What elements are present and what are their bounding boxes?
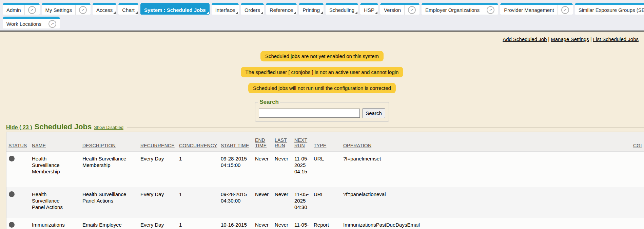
cell-recurrence: Every Day [138,191,177,213]
link-separator: | [590,36,592,42]
cell-cgi [631,155,644,183]
cell-cgi [631,222,644,229]
tab-top-strip [118,3,138,5]
tab-label: Work Locations [6,21,41,27]
arrow-up-right-icon: ↗ [561,6,569,14]
table-header-row: STATUSNAMEDESCRIPTIONRECURRENCECONCURREN… [6,132,644,152]
arrow-up-right-icon: ↗ [79,6,87,14]
tab-bar: Admin ↗ My Settings ↗ Access Chart [0,0,644,32]
external-link-icon[interactable]: ↗ [45,19,56,28]
table-row: Health Surveillance Panel ActionsHealth … [6,187,644,218]
tab-label: Access [96,7,113,13]
action-links: Add Scheduled Job|Manage Settings|List S… [0,32,644,42]
column-header-last-run[interactable]: LAST RUN [273,137,292,151]
cell-concurrency: 1 [177,222,219,229]
action-link-add-scheduled-job[interactable]: Add Scheduled Job [503,36,547,42]
cell-cgi [631,191,644,213]
action-link-manage-settings[interactable]: Manage Settings [551,36,589,42]
tab-version[interactable]: Version ↗ [380,3,419,15]
tab-access[interactable]: Access [93,3,116,15]
cell-type: URL [312,155,341,183]
column-header-next-run[interactable]: NEXT RUN [292,137,312,151]
tab-label: Interface [215,7,235,13]
link-separator: | [548,36,549,42]
tab-top-strip [422,3,498,5]
tab-system-scheduled-jobs[interactable]: System : Scheduled Jobs [140,3,210,15]
submenu-corner-icon [113,12,116,14]
cell-name: Health Surveillance Membership [30,155,80,183]
cell-operation: ?f=panelactioneval [341,191,631,213]
tab-scheduling[interactable]: Scheduling [326,3,358,15]
tab-top-strip [3,3,40,5]
tab-work-locations[interactable]: Work Locations ↗ [3,17,60,28]
tab-label: My Settings [45,7,72,13]
column-header-end-time[interactable]: END TIME [253,137,273,151]
column-header-cgi[interactable]: CGI [631,143,644,151]
cell-type: Report Perform [312,222,341,229]
cell-end-time: Never [253,155,273,183]
column-header-description[interactable]: DESCRIPTION [80,143,138,151]
tab-admin[interactable]: Admin ↗ [3,3,40,15]
tab-label: Similar Exposure Groups (SEGs) [579,7,644,13]
page: Admin ↗ My Settings ↗ Access Chart [0,0,644,229]
tab-top-strip [266,3,297,5]
column-header-recurrence[interactable]: RECURRENCE [138,143,177,151]
tab-orders[interactable]: Orders [241,3,264,15]
external-link-icon[interactable]: ↗ [75,5,87,15]
column-header-type[interactable]: TYPE [312,143,341,151]
tab-label: Orders [245,7,260,13]
submenu-corner-icon [207,12,209,14]
tab-similar-exposure-groups-segs[interactable]: Similar Exposure Groups (SEGs) ↗ [575,3,644,15]
external-link-icon[interactable]: ↗ [24,5,36,15]
tab-label: Reference [270,7,293,13]
search-legend: Search [258,99,280,106]
tab-top-strip [500,3,573,5]
column-header-name[interactable]: NAME [30,143,80,151]
column-header-start-time[interactable]: START TIME [219,143,253,151]
tab-employer-organizations[interactable]: Employer Organizations ↗ [422,3,498,15]
external-link-icon[interactable]: ↗ [483,5,494,15]
tab-top-strip [575,3,644,5]
submenu-corner-icon [320,12,323,14]
cell-end-time: Never [253,191,273,213]
tab-label: Employer Organizations [425,7,480,13]
cell-operation: ImmunizationsPastDueDaysEmail [341,222,631,229]
tab-my-settings[interactable]: My Settings ↗ [42,3,91,15]
jobs-section-header: Hide ( 23 ) Scheduled Jobs Show Disabled [6,123,644,131]
cell-status [6,155,30,183]
tab-provider-management[interactable]: Provider Management ↗ [500,3,573,15]
search-input[interactable] [259,109,360,118]
tab-reference[interactable]: Reference [266,3,297,15]
hide-link[interactable]: Hide ( 23 ) [6,125,32,131]
submenu-corner-icon [261,12,263,14]
tab-top-strip [299,3,324,5]
cell-next-run: 11-05-2025 [292,222,312,229]
tab-interface[interactable]: Interface [212,3,239,15]
action-link-list-scheduled-jobs[interactable]: List Scheduled Jobs [593,36,639,42]
table-body: Health Surveillance MembershipHealth Sur… [6,152,644,229]
external-link-icon[interactable]: ↗ [404,5,416,15]
tab-top-strip [241,3,264,5]
warning-banner: The specified user [ cronjobs ] is not a… [241,67,404,77]
show-disabled-link[interactable]: Show Disabled [94,125,123,130]
tab-chart[interactable]: Chart [118,3,138,15]
column-header-concurrency[interactable]: CONCURRENCY [177,143,219,151]
tab-label: Printing [303,7,320,13]
cell-last-run: Never [273,191,292,213]
tab-top-strip [326,3,358,5]
tab-top-strip [140,3,210,5]
tab-label: Scheduling [329,7,354,13]
tab-hsp[interactable]: HSP [360,3,378,15]
tab-top-strip [380,3,419,5]
cell-recurrence: Every Day [138,222,177,229]
submenu-corner-icon [135,12,138,14]
content-area: Add Scheduled Job|Manage Settings|List S… [0,32,644,229]
column-header-status[interactable]: STATUS [6,143,30,151]
search-button[interactable]: Search [362,108,385,118]
status-icon [9,191,15,197]
external-link-icon[interactable]: ↗ [558,5,569,15]
cell-name: Health Surveillance Panel Actions [30,191,80,213]
tab-printing[interactable]: Printing [299,3,324,15]
warning-banners: Scheduled jobs are not yet enabled on th… [0,51,644,93]
column-header-operation[interactable]: OPERATION [341,143,631,151]
